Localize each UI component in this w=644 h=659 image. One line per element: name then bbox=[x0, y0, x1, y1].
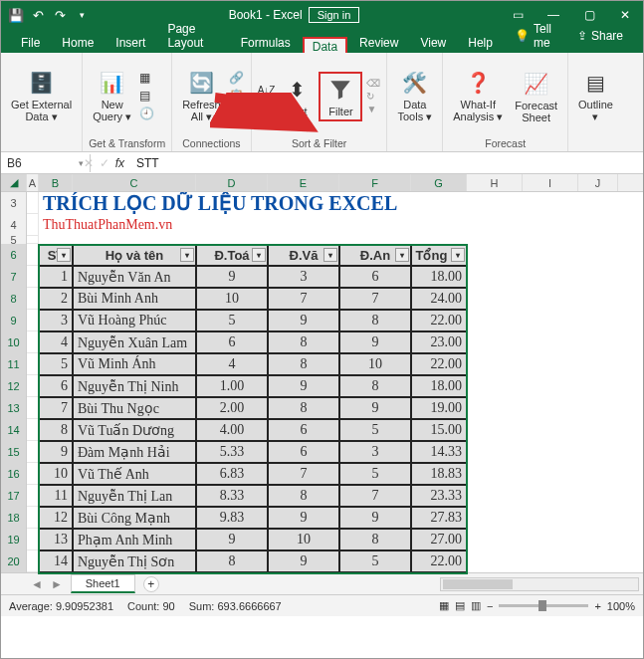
cell-van[interactable]: 7 bbox=[268, 463, 339, 485]
cell-stt[interactable]: 2 bbox=[39, 288, 73, 310]
cell-anh[interactable]: 5 bbox=[339, 419, 411, 441]
cell-tong[interactable]: 22.00 bbox=[411, 550, 467, 572]
row-header[interactable]: 18 bbox=[1, 507, 27, 529]
cell-stt[interactable]: 3 bbox=[39, 310, 73, 331]
cell-tong[interactable]: 23.00 bbox=[411, 331, 467, 353]
cell-tong[interactable]: 22.00 bbox=[411, 310, 467, 331]
cell-name[interactable]: Nguyễn Văn An bbox=[73, 266, 196, 288]
reapply-button[interactable]: ↻ bbox=[366, 91, 380, 102]
row-header[interactable]: 3 bbox=[1, 192, 27, 214]
filter-dropdown-icon[interactable]: ▾ bbox=[395, 248, 409, 262]
tab-insert[interactable]: Insert bbox=[106, 33, 155, 53]
add-sheet-button[interactable]: + bbox=[143, 576, 159, 592]
cell-van[interactable]: 9 bbox=[268, 310, 339, 331]
col-van[interactable]: Đ.Vă▾ bbox=[268, 244, 339, 266]
cell-name[interactable]: Vũ Thế Anh bbox=[73, 463, 196, 485]
cell-anh[interactable]: 6 bbox=[339, 266, 411, 288]
cell-toan[interactable]: 9 bbox=[196, 529, 268, 550]
cell-anh[interactable]: 9 bbox=[339, 331, 411, 353]
get-external-data-button[interactable]: 🗄️ Get External Data ▾ bbox=[7, 67, 76, 125]
undo-icon[interactable]: ↶ bbox=[31, 8, 45, 22]
col-header-d[interactable]: D bbox=[196, 174, 268, 191]
cell-van[interactable]: 6 bbox=[268, 441, 339, 463]
cell-name[interactable]: Vũ Hoàng Phúc bbox=[73, 310, 196, 331]
cell-anh[interactable]: 9 bbox=[339, 507, 411, 529]
cell-anh[interactable]: 8 bbox=[339, 529, 411, 550]
cell-tong[interactable]: 19.00 bbox=[411, 397, 467, 419]
row-header[interactable]: 5 bbox=[1, 236, 27, 244]
cell-stt[interactable]: 14 bbox=[39, 550, 73, 572]
cell-anh[interactable]: 7 bbox=[339, 485, 411, 507]
cell-name[interactable]: Bùi Công Mạnh bbox=[73, 507, 196, 529]
row-header[interactable]: 19 bbox=[1, 529, 27, 550]
cell-toan[interactable]: 4.00 bbox=[196, 419, 268, 441]
col-header-i[interactable]: I bbox=[523, 174, 578, 191]
cell-anh[interactable]: 5 bbox=[339, 550, 411, 572]
cell-tong[interactable]: 14.33 bbox=[411, 441, 467, 463]
cell-anh[interactable]: 10 bbox=[339, 353, 411, 375]
cell-tong[interactable]: 24.00 bbox=[411, 288, 467, 310]
col-header-j[interactable]: J bbox=[578, 174, 618, 191]
cell-toan[interactable]: 1.00 bbox=[196, 375, 268, 397]
cell-tong[interactable]: 15.00 bbox=[411, 419, 467, 441]
edit-links-icon[interactable]: ✎ bbox=[229, 107, 245, 122]
tellme[interactable]: 💡Tell me bbox=[505, 19, 561, 53]
col-header-h[interactable]: H bbox=[467, 174, 523, 191]
cell-tong[interactable]: 18.00 bbox=[411, 375, 467, 397]
save-icon[interactable]: 💾 bbox=[9, 8, 23, 22]
from-table-icon[interactable]: ▤ bbox=[139, 89, 155, 105]
cell-stt[interactable]: 5 bbox=[39, 353, 73, 375]
col-toan[interactable]: Đ.Toá▾ bbox=[196, 244, 268, 266]
col-header-c[interactable]: C bbox=[73, 174, 196, 191]
cell-toan[interactable]: 2.00 bbox=[196, 397, 268, 419]
forecast-sheet-button[interactable]: 📈 Forecast Sheet bbox=[511, 68, 561, 125]
new-query-button[interactable]: 📊 New Query ▾ bbox=[89, 67, 135, 125]
cell-name[interactable]: Nguyễn Thị Lan bbox=[73, 485, 196, 507]
sort-az-button[interactable]: A↓Z bbox=[258, 85, 276, 96]
cell-anh[interactable]: 3 bbox=[339, 441, 411, 463]
redo-icon[interactable]: ↷ bbox=[53, 8, 67, 22]
cell-van[interactable]: 9 bbox=[268, 507, 339, 529]
cell-stt[interactable]: 12 bbox=[39, 507, 73, 529]
fx-icon[interactable]: fx bbox=[115, 156, 124, 170]
cell-van[interactable]: 9 bbox=[268, 550, 339, 572]
tab-page-layout[interactable]: Page Layout bbox=[157, 19, 228, 53]
tab-review[interactable]: Review bbox=[349, 33, 408, 53]
filter-dropdown-icon[interactable]: ▾ bbox=[451, 248, 465, 262]
cell-stt[interactable]: 11 bbox=[39, 485, 73, 507]
filter-dropdown-icon[interactable]: ▾ bbox=[252, 248, 266, 262]
cell-anh[interactable]: 5 bbox=[339, 463, 411, 485]
cell-anh[interactable]: 7 bbox=[339, 288, 411, 310]
zoom-slider[interactable] bbox=[499, 604, 588, 607]
show-queries-icon[interactable]: ▦ bbox=[139, 71, 155, 87]
cell-stt[interactable]: 10 bbox=[39, 463, 73, 485]
name-box[interactable]: B6▾ bbox=[1, 154, 91, 172]
filter-dropdown-icon[interactable]: ▾ bbox=[57, 248, 71, 262]
cell-van[interactable]: 8 bbox=[268, 353, 339, 375]
row-header[interactable]: 16 bbox=[1, 463, 27, 485]
cell-van[interactable]: 9 bbox=[268, 375, 339, 397]
row-header[interactable]: 6 bbox=[1, 244, 27, 266]
cell-stt[interactable]: 13 bbox=[39, 529, 73, 550]
view-pagelayout-icon[interactable]: ▤ bbox=[455, 599, 465, 612]
col-header-b[interactable]: B bbox=[39, 174, 73, 191]
tab-home[interactable]: Home bbox=[52, 33, 104, 53]
sheet-nav-next-icon[interactable]: ► bbox=[51, 577, 63, 591]
col-anh[interactable]: Đ.An▾ bbox=[339, 244, 411, 266]
zoom-out-button[interactable]: − bbox=[487, 600, 493, 612]
filter-button[interactable]: Filter bbox=[319, 72, 362, 121]
refresh-all-button[interactable]: 🔄 Refresh All ▾ bbox=[178, 67, 225, 125]
cell-name[interactable]: Bùi Minh Anh bbox=[73, 288, 196, 310]
cell-tong[interactable]: 27.00 bbox=[411, 529, 467, 550]
cell-toan[interactable]: 8.33 bbox=[196, 485, 268, 507]
cancel-formula-icon[interactable]: ✕ bbox=[84, 156, 94, 170]
cell-tong[interactable]: 18.83 bbox=[411, 463, 467, 485]
sort-button[interactable]: ⬍ Sort bbox=[279, 74, 315, 119]
row-header[interactable]: 12 bbox=[1, 375, 27, 397]
cell-anh[interactable]: 8 bbox=[339, 375, 411, 397]
cell-toan[interactable]: 5.33 bbox=[196, 441, 268, 463]
row-header[interactable]: 8 bbox=[1, 288, 27, 310]
share-button[interactable]: ⇪Share bbox=[567, 19, 633, 53]
row-header[interactable]: 13 bbox=[1, 397, 27, 419]
cell-stt[interactable]: 8 bbox=[39, 419, 73, 441]
